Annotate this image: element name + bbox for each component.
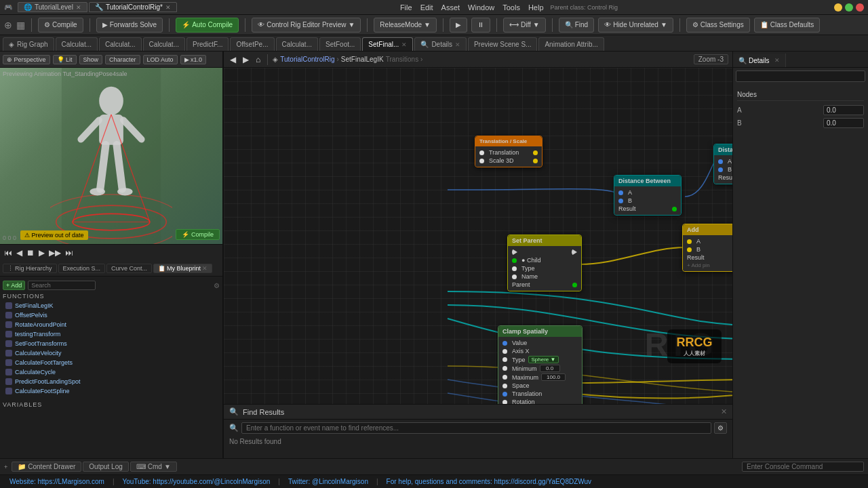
- release-mode-button[interactable]: ReleaseMode ▼: [374, 18, 437, 33]
- menu-edit[interactable]: Edit: [420, 3, 433, 12]
- menu-tools[interactable]: Tools: [502, 3, 520, 12]
- close-details-icon[interactable]: ✕: [455, 41, 460, 48]
- close-rig-icon[interactable]: ✕: [165, 4, 171, 11]
- skip-start-btn[interactable]: ⏮: [4, 248, 12, 258]
- close-find-icon[interactable]: ✕: [721, 407, 727, 416]
- nodes-search-input[interactable]: [736, 70, 865, 82]
- tab-calculat-4[interactable]: Calculat...: [276, 37, 318, 51]
- func-calculatecycle[interactable]: CalculateCycle: [3, 367, 220, 377]
- menu-asset[interactable]: Asset: [441, 3, 460, 12]
- close-level-icon[interactable]: ✕: [76, 4, 81, 11]
- play-sim-button[interactable]: ▶: [450, 18, 467, 33]
- show-btn[interactable]: Show: [79, 55, 103, 64]
- twitter-link[interactable]: Twitter: @LincolnMargison: [288, 478, 368, 485]
- node-clamp[interactable]: Clamp Spatially Value Axis X Type Sphere…: [498, 325, 583, 404]
- play-anim-btn[interactable]: ▶ x1.0: [180, 55, 207, 64]
- func-offsetpelvis[interactable]: OffsetPelvis: [3, 310, 220, 320]
- graph-canvas[interactable]: Translation / Scale Translation Scale 3D…: [224, 68, 732, 404]
- type-dropdown[interactable]: Sphere ▼: [528, 356, 559, 363]
- tab-details[interactable]: 🔍 Details ✕: [414, 37, 467, 51]
- skip-end-btn[interactable]: ⏭: [65, 248, 73, 258]
- tab-predictf[interactable]: PredictF...: [186, 37, 229, 51]
- tab-setfoot[interactable]: SetFoot...: [319, 37, 361, 51]
- node-distance-between-2[interactable]: Distance Between A B Result: [713, 144, 732, 184]
- func-calculatefoottargets[interactable]: CalculateFootTargets: [3, 358, 220, 367]
- func-rotatearound[interactable]: RotateAroundPoint: [3, 320, 220, 329]
- tab-calculat-1[interactable]: Calculat...: [56, 37, 98, 51]
- title-tab-rig[interactable]: 🔧 TutorialControlRig* ✕: [89, 2, 177, 12]
- help-link[interactable]: For help, questions and comments: https:…: [387, 478, 592, 485]
- auto-compile-button[interactable]: ⚡ Auto Compile: [176, 18, 239, 33]
- nav-fwd-btn[interactable]: ▶: [241, 55, 251, 64]
- minimize-btn[interactable]: [834, 3, 842, 12]
- add-function-btn[interactable]: + Add: [3, 281, 25, 290]
- close-btn[interactable]: [856, 3, 864, 12]
- lod-btn[interactable]: LOD Auto: [143, 55, 178, 64]
- tab-offsetpe[interactable]: OffsetPe...: [230, 37, 274, 51]
- min-value[interactable]: 0.0: [540, 365, 560, 372]
- hide-unrelated-button[interactable]: 👁 Hide Unrelated ▼: [598, 18, 673, 33]
- menu-window[interactable]: Window: [468, 3, 494, 12]
- step-fwd-btn[interactable]: ▶▶: [49, 248, 61, 258]
- func-calculatevelocity[interactable]: CalculateVelocity: [3, 348, 220, 358]
- find-options-btn[interactable]: ⚙: [714, 422, 727, 434]
- tab-calculat-3[interactable]: Calculat...: [143, 37, 185, 51]
- find-button[interactable]: 🔍 Find: [559, 18, 594, 33]
- func-setfinallegik[interactable]: SetFinalLegIK: [3, 301, 220, 310]
- play-btn[interactable]: ▶: [39, 248, 45, 258]
- stop-btn[interactable]: ⏹: [26, 248, 35, 258]
- cmd-console-input[interactable]: [742, 462, 864, 472]
- det-tab-details[interactable]: 🔍 Details ✕: [733, 54, 786, 67]
- function-search-input[interactable]: [28, 281, 96, 290]
- find-search-input[interactable]: [241, 422, 711, 434]
- lsp-tab-rig-hierarchy[interactable]: ⋮ Rig Hierarchy: [3, 264, 57, 273]
- character-btn[interactable]: Character: [105, 55, 140, 64]
- settings-icon[interactable]: ⚙: [214, 282, 220, 289]
- tab-preview-scene[interactable]: Preview Scene S...: [468, 37, 537, 51]
- viewport-compile-button[interactable]: ⚡ Compile: [176, 229, 220, 240]
- func-setfoottransforms[interactable]: SetFootTransforms: [3, 339, 220, 348]
- func-testingtransform[interactable]: testingTransform: [3, 329, 220, 339]
- lsp-tab-execution[interactable]: Execution S...: [58, 264, 106, 273]
- node-add[interactable]: Add A B Result + Add pin: [682, 224, 732, 272]
- forwards-solve-button[interactable]: ▶ Forwards Solve: [96, 18, 163, 33]
- max-value[interactable]: 100.0: [541, 373, 566, 381]
- func-predictfoot[interactable]: PredictFootLandingSpot: [3, 377, 220, 386]
- bot-tab-cmd[interactable]: ⌨ Cmd ▼: [130, 462, 177, 472]
- add-pin-label[interactable]: + Add pin: [687, 262, 710, 268]
- menu-help[interactable]: Help: [528, 3, 544, 12]
- bot-tab-output-log[interactable]: Output Log: [83, 462, 128, 472]
- lsp-tab-curve[interactable]: Curve Cont...: [106, 264, 152, 273]
- title-tab-level[interactable]: 🌐 TutorialLevel ✕: [18, 2, 87, 12]
- nav-back-btn[interactable]: ◀: [228, 55, 238, 64]
- bot-tab-content-drawer[interactable]: 📁 Content Drawer: [12, 462, 81, 472]
- class-settings-button[interactable]: ⚙ Class Settings: [686, 18, 750, 33]
- sim-btn2[interactable]: ⏸: [471, 18, 490, 33]
- close-setfinal-icon[interactable]: ✕: [401, 41, 407, 48]
- tab-setfinal[interactable]: SetFinal... ✕: [362, 37, 413, 51]
- func-calculatespline[interactable]: CalculateFootSpline: [3, 386, 220, 396]
- node-distance-between-1[interactable]: Distance Between A B Result: [614, 175, 682, 216]
- home-btn[interactable]: ⌂: [254, 55, 262, 64]
- det-input-b[interactable]: [823, 118, 864, 128]
- tab-calculat-2[interactable]: Calculat...: [99, 37, 141, 51]
- node-translation-top[interactable]: Translation / Scale Translation Scale 3D: [475, 136, 542, 167]
- step-back-btn[interactable]: ◀: [16, 248, 22, 258]
- lsp-tab-blueprint[interactable]: 📋 My Blueprint ✕: [153, 264, 212, 273]
- menu-file[interactable]: File: [400, 3, 412, 12]
- diff-button[interactable]: ⟷ Diff ▼: [503, 18, 546, 33]
- tab-rig-graph[interactable]: ◈ Rig Graph: [3, 37, 54, 51]
- class-defaults-button[interactable]: 📋 Class Defaults: [754, 18, 820, 33]
- lit-btn[interactable]: 💡 Lit: [53, 55, 77, 64]
- det-input-a[interactable]: [823, 105, 864, 115]
- perspective-btn[interactable]: ⊕ Perspective: [3, 55, 50, 64]
- youtube-link[interactable]: YouTube: https://youtube.com/@LincolnMar…: [122, 478, 270, 485]
- compile-button[interactable]: ⚙ Compile: [38, 18, 83, 33]
- maximize-btn[interactable]: [845, 3, 853, 12]
- node-set-parent[interactable]: Set Parent ● Child Type Name Parent: [507, 235, 582, 291]
- website-link[interactable]: Website: https://LMargison.com: [9, 478, 104, 485]
- close-blueprint-icon[interactable]: ✕: [202, 265, 208, 272]
- close-details-panel-icon[interactable]: ✕: [774, 57, 780, 64]
- cr-editor-preview-button[interactable]: 👁 Control Rig Editor Preview ▼: [252, 18, 361, 33]
- tab-anim-attrib[interactable]: Animation Attrib...: [538, 37, 604, 51]
